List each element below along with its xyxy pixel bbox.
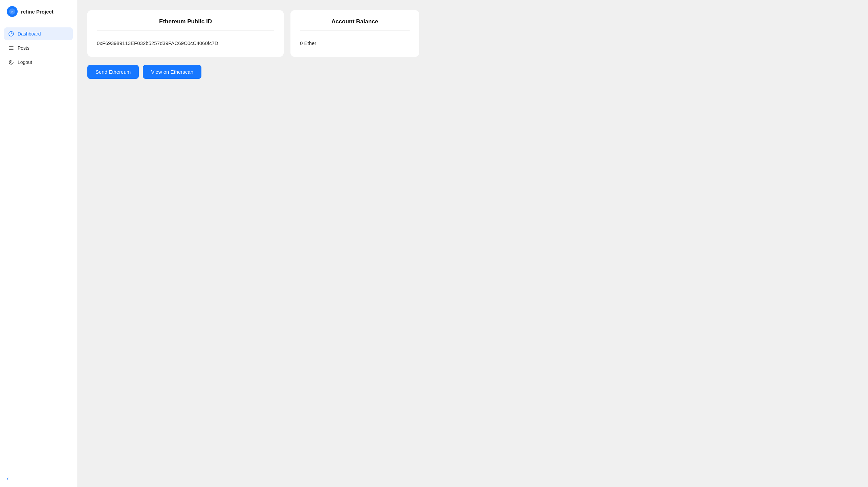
ethereum-card-title: Ethereum Public ID [97,18,274,31]
sidebar: r refine Project Dashboard [0,0,77,487]
logout-icon [8,59,14,65]
sidebar-header: r refine Project [0,0,77,23]
svg-text:r: r [11,9,13,14]
ethereum-public-id-value: 0xF693989113EF032b5257d39FAC69C0cC4060fc… [97,38,274,49]
svg-point-6 [9,60,13,64]
dashboard-icon [8,31,14,37]
logo-icon: r [7,6,18,17]
svg-line-8 [10,62,11,63]
main-content: Ethereum Public ID 0xF693989113EF032b525… [77,0,868,487]
posts-icon [8,45,14,51]
sidebar-item-posts[interactable]: Posts [4,42,73,54]
sidebar-nav: Dashboard Posts Logout [0,23,77,470]
sidebar-item-label-logout: Logout [18,60,32,65]
balance-card-title: Account Balance [300,18,410,31]
view-etherscan-button[interactable]: View on Etherscan [143,65,201,79]
send-ethereum-button[interactable]: Send Ethereum [87,65,139,79]
action-buttons-row: Send Ethereum View on Etherscan [87,65,858,79]
cards-row: Ethereum Public ID 0xF693989113EF032b525… [87,10,858,57]
sidebar-item-dashboard[interactable]: Dashboard [4,27,73,40]
sidebar-collapse-button[interactable]: ‹ [0,470,77,487]
sidebar-item-label-dashboard: Dashboard [18,31,41,37]
chevron-left-icon: ‹ [7,476,8,482]
sidebar-item-label-posts: Posts [18,45,29,51]
app-name: refine Project [21,9,53,15]
sidebar-item-logout[interactable]: Logout [4,56,73,69]
account-balance-value: 0 Ether [300,38,410,49]
ethereum-public-id-card: Ethereum Public ID 0xF693989113EF032b525… [87,10,284,57]
account-balance-card: Account Balance 0 Ether [290,10,419,57]
